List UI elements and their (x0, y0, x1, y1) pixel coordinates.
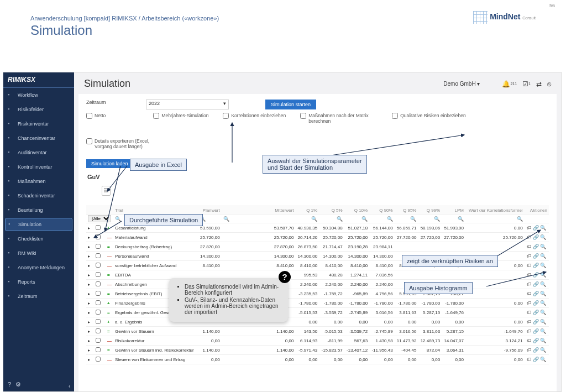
expand-icon[interactable]: ▸ (86, 346, 94, 355)
search-icon[interactable]: 🔍 (361, 216, 368, 222)
expand-icon[interactable]: ▸ (86, 336, 94, 346)
row-title: Gewinn vor Steuern (113, 327, 198, 336)
histogram-icon[interactable]: 🔍 (540, 300, 546, 306)
expand-icon[interactable]: ▸ (86, 289, 94, 299)
chk-details[interactable]: Details exportieren (Excel, Vorgang daue… (86, 138, 164, 149)
histogram-icon[interactable]: 🔍 (540, 319, 546, 325)
help-icon[interactable]: ? (8, 381, 11, 388)
search-icon[interactable]: 🔍 (517, 216, 523, 222)
row-checkbox[interactable] (96, 347, 101, 352)
tag-icon[interactable]: 🏷 (527, 328, 532, 334)
check-badge: 1 (528, 82, 531, 86)
chk-matrix[interactable]: Maßnahmen nach der Matrix berechnen (300, 113, 378, 124)
collapse-sidebar-icon[interactable]: ‹ (69, 383, 70, 389)
row-checkbox[interactable] (96, 338, 101, 343)
sidebar-item-shield[interactable]: ▪Kontrollinventar (3, 160, 74, 174)
search-icon[interactable]: 🔍 (337, 216, 343, 222)
expand-icon[interactable]: ▸ (86, 261, 94, 270)
sidebar-item-clipboard[interactable]: ▪Auditinventar (3, 145, 74, 160)
tag-icon[interactable]: 🏷 (527, 263, 532, 268)
bell-icon[interactable]: 🔔211 (502, 80, 517, 88)
cell: -1.780,00 (295, 299, 319, 308)
cell: -404,45 (395, 346, 418, 355)
search-icon[interactable]: 🔍 (434, 216, 440, 222)
chk-netto[interactable]: Netto (86, 113, 106, 124)
sidebar-item-anon[interactable]: ▪Anonyme Meldungen (3, 260, 74, 275)
search-icon[interactable]: 🔍 (458, 216, 464, 222)
histogram-icon[interactable]: 🔍 (540, 310, 546, 315)
histogram-icon[interactable]: 🔍 (540, 263, 546, 268)
cell-korrelation: 0,00 (465, 317, 525, 327)
expand-icon[interactable]: ▸ (86, 308, 94, 317)
expand-icon[interactable]: ▸ (86, 299, 94, 308)
tag-icon[interactable]: 🏷 (527, 300, 532, 306)
chk-qualitativ[interactable]: Qualitative Risiken einbeziehen (392, 113, 466, 124)
link-risks-icon[interactable]: 🔗 (533, 347, 539, 353)
sidebar-item-search[interactable]: ▪Schadeninventar (3, 189, 74, 203)
share-icon[interactable]: ⇄ (536, 80, 542, 88)
gear-icon[interactable]: ⚙ (15, 381, 21, 388)
histogram-icon[interactable]: 🔍 (540, 357, 546, 362)
histogram-icon[interactable]: 🔍 (540, 347, 546, 353)
expand-icon[interactable]: ▸ (86, 280, 94, 289)
row-checkbox[interactable] (96, 328, 101, 333)
search-icon[interactable]: 🔍 (311, 216, 317, 222)
tag-icon[interactable]: 🏷 (527, 310, 532, 315)
sidebar-item-stopwatch[interactable]: ▪Risikofelder (3, 102, 74, 117)
row-checkbox[interactable] (96, 357, 101, 362)
row-checkbox[interactable] (96, 319, 101, 324)
year-dropdown[interactable]: 2022 ▾ (146, 100, 229, 109)
tag-icon[interactable]: 🏷 (527, 338, 532, 343)
help-bubble-icon[interactable]: ? (279, 271, 291, 283)
expand-icon[interactable]: ▸ (86, 317, 94, 327)
expand-icon[interactable]: ▸ (86, 252, 94, 261)
search-icon[interactable]: 🔍 (223, 216, 229, 222)
tooltip-item: Das Simulationsmodell wird im Admin-Bere… (185, 284, 281, 296)
row-checkbox[interactable] (96, 272, 101, 277)
expand-icon[interactable]: ▸ (86, 270, 94, 280)
row-checkbox[interactable] (96, 281, 101, 286)
sidebar-item-wiki[interactable]: ▪RM Wiki (3, 246, 74, 260)
logout-icon[interactable]: ⎋ (547, 80, 551, 88)
tag-icon[interactable]: 🏷 (527, 319, 532, 325)
row-checkbox[interactable] (96, 263, 101, 268)
link-risks-icon[interactable]: 🔗 (533, 319, 539, 325)
histogram-icon[interactable]: 🔍 (540, 338, 546, 343)
link-risks-icon[interactable]: 🔗 (533, 263, 539, 268)
search-icon[interactable]: 🔍 (387, 216, 393, 222)
start-simulation-button[interactable]: Simulation starten (265, 100, 316, 109)
link-risks-icon[interactable]: 🔗 (533, 300, 539, 306)
sidebar-item-workflow[interactable]: ▪Workflow (3, 88, 74, 102)
expand-icon[interactable]: ▸ (86, 327, 94, 336)
cell: 0,00 (418, 317, 442, 327)
sidebar-item-people[interactable]: ▪Risikoinventar (3, 117, 74, 131)
expand-icon[interactable]: ▸ (86, 355, 94, 364)
sidebar-item-chat[interactable]: ▪Beurteilung (3, 203, 74, 217)
search-icon[interactable]: 🔍 (410, 216, 416, 222)
row-sign: = (106, 270, 113, 280)
link-risks-icon[interactable]: 🔗 (533, 328, 539, 334)
link-risks-icon[interactable]: 🔗 (533, 310, 539, 315)
cell: 14.300,00 (369, 252, 395, 261)
row-checkbox[interactable] (96, 300, 101, 305)
cell: 21.714,47 (319, 242, 344, 252)
sidebar-item-sim[interactable]: ▪Simulation (5, 218, 72, 231)
sidebar-item-time[interactable]: ▪Zeitraum (3, 289, 74, 304)
link-risks-icon[interactable]: 🔗 (533, 338, 539, 343)
cell: 14.300,00 (344, 252, 370, 261)
tag-icon[interactable]: 🏷 (527, 347, 532, 353)
sidebar-item-check[interactable]: ▪Checklisten (3, 232, 74, 246)
checkbox-icon[interactable]: ☑1 (522, 80, 531, 88)
link-risks-icon[interactable]: 🔗 (533, 357, 539, 362)
row-checkbox[interactable] (96, 310, 101, 315)
cell (395, 242, 418, 252)
row-checkbox[interactable] (96, 253, 101, 258)
org-selector[interactable]: Demo GmbH ▾ (443, 81, 480, 87)
histogram-icon[interactable]: 🔍 (540, 328, 546, 334)
sidebar-item-report[interactable]: ▪Reports (3, 275, 74, 289)
sidebar-item-grid[interactable]: ▪Chanceninventar (3, 131, 74, 145)
tag-icon[interactable]: 🏷 (527, 357, 532, 362)
sidebar-item-list[interactable]: ▪Maßnahmen (3, 174, 74, 189)
row-checkbox[interactable] (96, 291, 101, 296)
sidebar-item-label: Checklisten (18, 236, 44, 242)
